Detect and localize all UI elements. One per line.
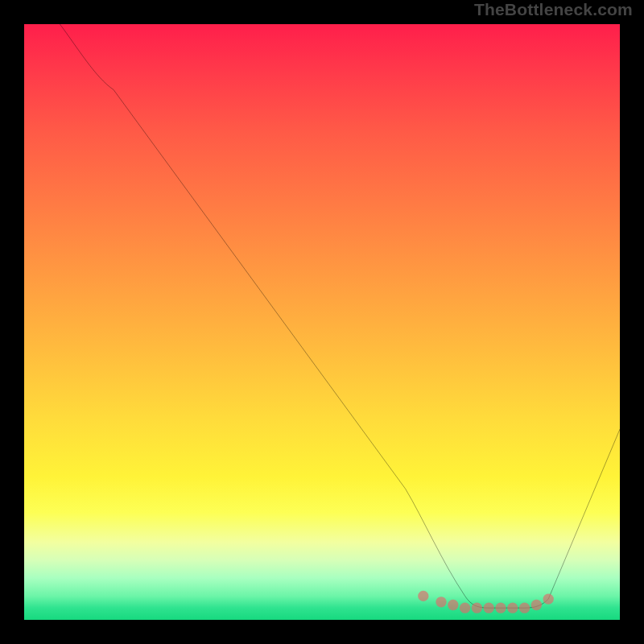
- plot-area: [24, 24, 620, 620]
- chart-frame: TheBottleneck.com: [0, 0, 644, 644]
- watermark-text: TheBottleneck.com: [474, 0, 633, 19]
- heat-gradient: [24, 24, 620, 620]
